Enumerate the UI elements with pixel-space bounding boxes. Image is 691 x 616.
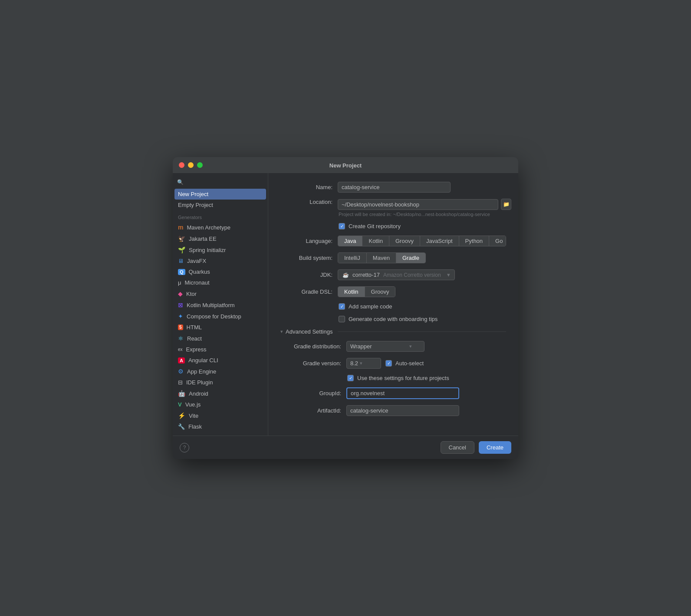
title-bar: New Project <box>173 157 518 173</box>
future-settings-checkbox[interactable]: ✓ <box>347 375 354 381</box>
sidebar-item-flask[interactable]: 🔧 Flask <box>173 421 268 432</box>
gradle-version-wrap: 8.2 ▾ ✓ Auto-select <box>346 358 424 369</box>
create-button[interactable]: Create <box>479 441 511 454</box>
main-content: 🔍 New Project Empty Project Generators m… <box>173 173 518 436</box>
dialog-title: New Project <box>329 162 362 169</box>
add-sample-code-checkbox[interactable]: ✓ <box>339 303 345 310</box>
spring-label: Spring Initializr <box>189 247 226 253</box>
sidebar-item-vite[interactable]: ⚡ Vite <box>173 410 268 421</box>
gradle-dsl-segment-group: Kotlin Groovy <box>338 286 395 297</box>
gradle-dist-dropdown[interactable]: Wrapper ▾ <box>346 341 424 352</box>
sidebar-item-vuejs[interactable]: V Vue.js <box>173 399 268 410</box>
jdk-version: Amazon Corretto version <box>383 272 441 278</box>
language-label: Language: <box>280 238 332 244</box>
ide-plugin-icon: ⊟ <box>178 379 183 386</box>
sidebar-item-express[interactable]: ex Express <box>173 344 268 355</box>
express-icon: ex <box>178 347 183 352</box>
react-icon: ⚛ <box>178 335 184 342</box>
group-id-input[interactable] <box>346 387 459 399</box>
auto-select-checkbox[interactable]: ✓ <box>385 360 392 367</box>
html-icon: 5 <box>178 324 183 330</box>
language-go-button[interactable]: Go <box>489 236 506 246</box>
build-intellij-button[interactable]: IntelliJ <box>338 253 367 263</box>
sidebar-item-new-project[interactable]: New Project <box>174 189 266 200</box>
language-kotlin-button[interactable]: Kotlin <box>362 236 389 246</box>
help-button[interactable]: ? <box>180 443 189 452</box>
android-label: Android <box>189 390 208 397</box>
sidebar-item-jakarta-ee[interactable]: 🦅 Jakarta EE <box>173 233 268 244</box>
gradle-dist-row: Gradle distribution: Wrapper ▾ <box>289 341 506 352</box>
sidebar-item-app-engine[interactable]: ⚙ App Engine <box>173 366 268 377</box>
future-settings-row: ✓ Use these settings for future projects <box>347 375 506 381</box>
sidebar-item-react[interactable]: ⚛ React <box>173 333 268 344</box>
app-engine-icon: ⚙ <box>178 368 184 375</box>
express-label: Express <box>186 346 207 353</box>
right-panel: Name: Location: 📁 Project will be create… <box>268 173 518 436</box>
gradle-version-row: Gradle version: 8.2 ▾ ✓ Auto-select <box>289 358 506 369</box>
close-button[interactable] <box>179 162 184 168</box>
build-maven-button[interactable]: Maven <box>367 253 396 263</box>
sidebar-item-javafx[interactable]: 🖥 JavaFX <box>173 256 268 266</box>
footer-buttons: Cancel Create <box>441 441 512 454</box>
sidebar-item-ide-plugin[interactable]: ⊟ IDE Plugin <box>173 377 268 388</box>
language-groovy-button[interactable]: Groovy <box>389 236 420 246</box>
react-label: React <box>187 335 202 342</box>
gradle-dist-arrow-icon: ▾ <box>409 344 412 349</box>
browse-folder-button[interactable]: 📁 <box>501 199 511 210</box>
sidebar-item-maven-archetype[interactable]: m Maven Archetype <box>173 222 268 233</box>
search-bar[interactable]: 🔍 <box>173 177 268 189</box>
sidebar-item-empty-project[interactable]: Empty Project <box>173 200 268 210</box>
ktor-icon: ◆ <box>178 290 183 297</box>
flask-icon: 🔧 <box>178 423 185 430</box>
name-label: Name: <box>280 184 332 190</box>
gradle-dsl-row: Gradle DSL: Kotlin Groovy <box>280 286 506 297</box>
location-input[interactable] <box>338 199 498 210</box>
checkmark-icon-3: ✓ <box>387 361 391 366</box>
advanced-settings-header[interactable]: ▾ Advanced Settings <box>280 328 506 335</box>
vuejs-label: Vue.js <box>185 401 201 408</box>
create-git-row: ✓ Create Git repository <box>339 223 506 229</box>
build-gradle-button[interactable]: Gradle <box>396 253 425 263</box>
checkmark-icon: ✓ <box>340 224 344 229</box>
create-git-checkbox[interactable]: ✓ <box>339 223 345 229</box>
sidebar-item-android[interactable]: 🤖 Android <box>173 388 268 399</box>
quarkus-label: Quarkus <box>189 269 210 275</box>
sidebar-item-kotlin-multiplatform[interactable]: ⊠ Kotlin Multiplatform <box>173 299 268 311</box>
ktor-label: Ktor <box>186 291 197 297</box>
build-system-row: Build system: IntelliJ Maven Gradle <box>280 252 506 263</box>
maximize-button[interactable] <box>197 162 203 168</box>
sidebar-item-spring[interactable]: 🌱 Spring Initializr <box>173 244 268 256</box>
artifact-id-label: ArtifactId: <box>289 407 341 414</box>
name-input[interactable] <box>338 182 451 193</box>
gradle-version-value: 8.2 <box>350 360 358 367</box>
android-icon: 🤖 <box>178 390 185 397</box>
artifact-id-input[interactable] <box>346 405 459 416</box>
sidebar-item-angular[interactable]: A Angular CLI <box>173 355 268 366</box>
jakarta-ee-label: Jakarta EE <box>189 236 217 242</box>
checkmark-icon-4: ✓ <box>349 376 352 380</box>
sidebar-item-html[interactable]: 5 HTML <box>173 322 268 333</box>
sidebar-item-ktor[interactable]: ◆ Ktor <box>173 288 268 299</box>
language-java-button[interactable]: Java <box>338 236 362 246</box>
vite-label: Vite <box>189 413 198 419</box>
quarkus-icon: Q <box>178 269 185 275</box>
generate-code-checkbox[interactable] <box>339 316 345 322</box>
location-wrap: 📁 Project will be created in: ~/Desktop/… <box>338 199 511 217</box>
language-segment-group: Java Kotlin Groovy JavaScript Python Go <box>338 236 506 246</box>
sidebar-item-compose[interactable]: ✦ Compose for Desktop <box>173 311 268 322</box>
gradle-version-selector[interactable]: 8.2 ▾ <box>346 358 381 369</box>
sidebar-item-micronaut[interactable]: μ Micronaut <box>173 277 268 288</box>
jdk-name: corretto-17 <box>352 272 380 278</box>
kotlin-mp-label: Kotlin Multiplatform <box>187 302 235 308</box>
compose-label: Compose for Desktop <box>187 313 241 320</box>
language-javascript-button[interactable]: JavaScript <box>420 236 459 246</box>
sidebar-item-quarkus[interactable]: Q Quarkus <box>173 266 268 277</box>
micronaut-label: Micronaut <box>185 279 210 286</box>
dsl-kotlin-button[interactable]: Kotlin <box>338 287 365 297</box>
minimize-button[interactable] <box>188 162 194 168</box>
dsl-groovy-button[interactable]: Groovy <box>365 287 395 297</box>
javafx-label: JavaFX <box>187 258 206 264</box>
jdk-selector[interactable]: ☕ corretto-17 Amazon Corretto version ▾ <box>338 269 455 280</box>
cancel-button[interactable]: Cancel <box>441 441 474 454</box>
language-python-button[interactable]: Python <box>459 236 489 246</box>
